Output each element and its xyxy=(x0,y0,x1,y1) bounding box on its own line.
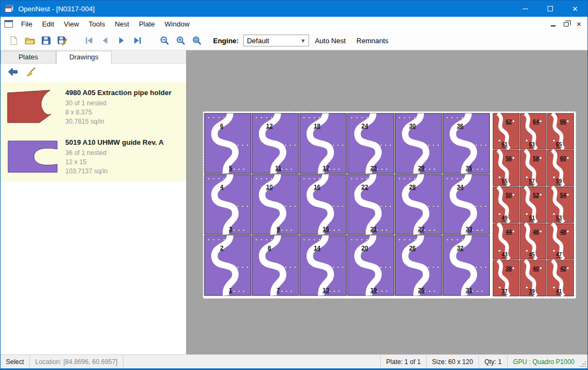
svg-text:23: 23 xyxy=(370,165,377,171)
new-file-icon xyxy=(9,36,18,45)
mdi-restore-button[interactable] xyxy=(559,17,572,31)
svg-text:43: 43 xyxy=(502,252,508,258)
mdi-close-button[interactable]: ✕ xyxy=(572,17,585,31)
svg-text:21: 21 xyxy=(370,226,377,232)
svg-text:6: 6 xyxy=(220,123,223,129)
import-arrow-icon xyxy=(7,66,19,77)
menu-plate[interactable]: Plate xyxy=(134,17,160,31)
next-plate-button[interactable] xyxy=(114,33,129,48)
minimize-icon xyxy=(523,9,528,9)
menu-window[interactable]: Window xyxy=(160,17,194,31)
svg-text:51: 51 xyxy=(529,215,535,221)
svg-text:65: 65 xyxy=(556,142,563,147)
remnants-button[interactable]: Remnants xyxy=(352,34,393,48)
mdi-minimize-icon xyxy=(551,25,556,26)
svg-text:20: 20 xyxy=(361,245,368,251)
svg-text:49: 49 xyxy=(502,215,508,221)
svg-text:45: 45 xyxy=(529,252,535,258)
app-window: OpenNest - [N0317-004] ✕ File Edit View … xyxy=(0,0,588,370)
next-arrow-icon xyxy=(117,36,126,45)
menu-edit[interactable]: Edit xyxy=(37,17,59,31)
svg-text:42: 42 xyxy=(560,266,566,272)
auto-nest-button[interactable]: Auto Nest xyxy=(310,34,351,48)
import-drawing-button[interactable] xyxy=(7,66,19,79)
svg-text:58: 58 xyxy=(533,156,539,162)
svg-text:3: 3 xyxy=(229,226,232,232)
engine-select[interactable]: Default ▼ xyxy=(243,35,309,46)
open-button[interactable] xyxy=(22,33,37,48)
part-dimensions: 12 x 15 xyxy=(65,158,182,167)
svg-text:41: 41 xyxy=(556,288,563,294)
menu-file[interactable]: File xyxy=(16,17,37,31)
part-area: 103.7137 sq/in xyxy=(65,167,182,176)
mdi-minimize-button[interactable] xyxy=(546,17,559,31)
last-plate-button[interactable] xyxy=(130,33,145,48)
part-dimensions: 8 x 8.375 xyxy=(65,108,182,117)
save-as-icon xyxy=(57,36,67,45)
zoom-in-icon xyxy=(176,36,186,45)
first-plate-button[interactable] xyxy=(81,33,97,48)
zoom-out-button[interactable] xyxy=(157,33,172,48)
tab-plates[interactable]: Plates xyxy=(1,51,56,63)
svg-text:63: 63 xyxy=(529,142,535,147)
svg-text:9: 9 xyxy=(277,226,280,232)
svg-text:10: 10 xyxy=(266,184,272,190)
svg-text:60: 60 xyxy=(560,156,566,162)
app-icon xyxy=(5,4,15,13)
mdi-window-controls: ✕ xyxy=(546,17,587,31)
close-button[interactable]: ✕ xyxy=(563,1,587,17)
broom-icon xyxy=(25,66,37,77)
part-thumbnail-red xyxy=(7,88,65,126)
zoom-in-button[interactable] xyxy=(173,33,188,48)
list-item[interactable]: 4980 A05 Extraction pipe holder 30 of 1 … xyxy=(1,82,186,132)
save-icon xyxy=(41,36,51,45)
svg-text:39: 39 xyxy=(529,288,535,294)
new-button[interactable] xyxy=(6,33,21,48)
titlebar: OpenNest - [N0317-004] ✕ xyxy=(1,1,587,17)
svg-text:47: 47 xyxy=(556,252,563,258)
svg-text:22: 22 xyxy=(361,184,368,190)
svg-text:2: 2 xyxy=(220,245,223,251)
menu-nest[interactable]: Nest xyxy=(110,17,134,31)
maximize-button[interactable] xyxy=(538,1,563,17)
status-plate: Plate: 1 of 1 xyxy=(380,355,426,368)
svg-text:8: 8 xyxy=(268,245,271,251)
plate-sheet[interactable]: 6512111817242330293635431091615222128273… xyxy=(203,111,576,299)
part-nested-count: 30 of 1 nested xyxy=(65,99,182,108)
menu-tools[interactable]: Tools xyxy=(84,17,110,31)
menubar: File Edit View Tools Nest Plate Window ✕ xyxy=(1,17,587,31)
window-controls: ✕ xyxy=(513,1,587,17)
first-arrow-icon xyxy=(84,36,94,45)
part-nested-count: 36 of 1 nested xyxy=(65,149,182,158)
part-thumbnail-purple xyxy=(7,137,65,176)
save-button[interactable] xyxy=(38,33,53,48)
tab-drawings[interactable]: Drawings xyxy=(56,51,112,64)
zoom-out-icon xyxy=(160,36,169,45)
sidebar-tabs: Plates Drawings xyxy=(1,50,186,64)
svg-text:66: 66 xyxy=(560,119,566,125)
clear-drawings-button[interactable] xyxy=(25,66,37,79)
save-as-button[interactable] xyxy=(54,33,70,48)
window-title: OpenNest - [N0317-004] xyxy=(18,5,95,13)
previous-plate-button[interactable] xyxy=(98,33,113,48)
svg-text:34: 34 xyxy=(457,184,464,190)
minimize-button[interactable] xyxy=(513,1,538,17)
svg-text:32: 32 xyxy=(457,245,463,251)
svg-text:61: 61 xyxy=(502,142,508,147)
svg-text:33: 33 xyxy=(466,226,472,232)
svg-text:57: 57 xyxy=(529,178,535,184)
zoom-fit-button[interactable] xyxy=(189,33,204,48)
resize-grip[interactable] xyxy=(580,355,587,368)
status-location: Location: [84.8696, 60.6957] xyxy=(30,355,123,368)
nest-canvas[interactable]: 6512111817242330293635431091615222128273… xyxy=(187,50,587,354)
list-item[interactable]: 5019 A10 UHMW guide Rev. A 36 of 1 neste… xyxy=(1,132,186,181)
svg-text:26: 26 xyxy=(409,245,415,251)
sidebar: Plates Drawings xyxy=(1,50,187,354)
svg-text:4: 4 xyxy=(220,184,224,190)
menu-view[interactable]: View xyxy=(59,17,84,31)
svg-text:38: 38 xyxy=(505,266,512,272)
status-qty: Qty: 1 xyxy=(478,355,507,368)
drawings-toolbar xyxy=(1,64,186,82)
svg-text:36: 36 xyxy=(457,123,463,129)
statusbar: Select Location: [84.8696, 60.6957] Plat… xyxy=(1,354,587,368)
